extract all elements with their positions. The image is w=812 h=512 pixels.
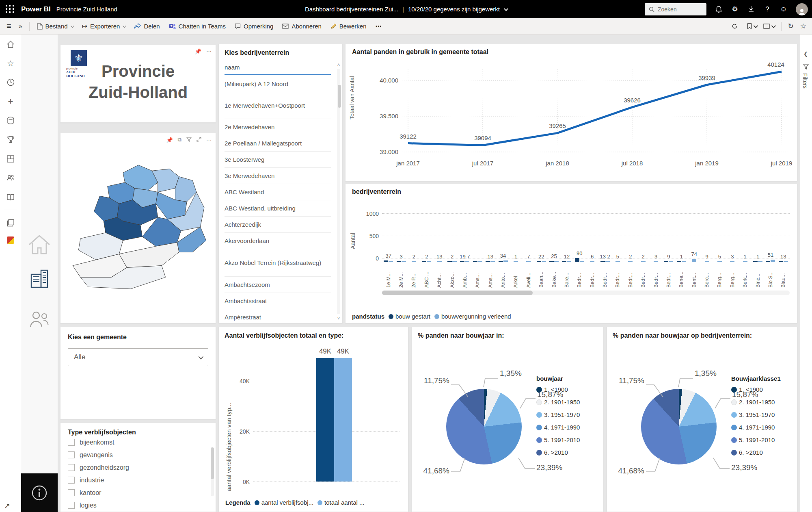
bar-group[interactable]: 13 2Bedr...: [598, 200, 611, 288]
chevron-down-icon[interactable]: [504, 6, 508, 11]
bar-group[interactable]: 2Bedr...: [624, 200, 637, 288]
bar-bouwvergunning[interactable]: [514, 261, 518, 262]
bar-bouwvergunning[interactable]: [437, 261, 442, 262]
bar-bouw-gestart[interactable]: [575, 258, 579, 262]
scrollbar-thumb[interactable]: [211, 447, 214, 479]
bar-group[interactable]: 34Anto...: [497, 200, 509, 288]
scroll-up-icon[interactable]: ˄: [336, 62, 341, 67]
bar-pair[interactable]: [458, 217, 471, 262]
list-item[interactable]: Achterzeedijk: [225, 217, 331, 233]
bar-group[interactable]: 1Binc...: [752, 200, 764, 288]
double-chevron-icon[interactable]: »: [19, 23, 21, 30]
pin-icon[interactable]: 📌: [195, 48, 201, 54]
legend-item[interactable]: 6. >2010: [731, 449, 781, 456]
legend-item[interactable]: 6. >2010: [536, 449, 580, 456]
bar-group[interactable]: 13Ams...: [484, 200, 497, 288]
bar-group[interactable]: 2ABC ...: [420, 200, 433, 288]
nav-buildings-page-selected[interactable]: [21, 262, 58, 296]
bar-bouwvergunning[interactable]: [526, 261, 531, 262]
legend-item[interactable]: bouw gestart: [389, 313, 430, 320]
checkbox-row[interactable]: logies: [68, 499, 208, 512]
column-bar[interactable]: [316, 358, 334, 482]
collapse-chevron-icon[interactable]: ❮: [803, 51, 808, 57]
app-launcher-icon[interactable]: [6, 5, 15, 14]
legend-item[interactable]: 1. <1900: [731, 386, 781, 393]
bar-group[interactable]: 13Blau...: [777, 200, 790, 288]
scrollbar-track[interactable]: [337, 69, 340, 314]
legend-item[interactable]: 3. 1951-1970: [731, 411, 781, 418]
bar-bouw-gestart[interactable]: [677, 261, 681, 262]
refresh-icon[interactable]: ↻: [788, 22, 794, 30]
copy-icon[interactable]: ⧉: [178, 137, 181, 143]
checkbox-row[interactable]: kantoor: [68, 486, 208, 499]
legend-item[interactable]: 4. 1971-1990: [536, 424, 580, 431]
bar-bouwvergunning[interactable]: [605, 261, 610, 262]
list-item[interactable]: 2e Merwedehaven: [225, 119, 331, 135]
bar-bouwvergunning[interactable]: [580, 261, 584, 262]
hamburger-icon[interactable]: ≡: [6, 22, 11, 31]
bookmark-menu[interactable]: [747, 23, 757, 29]
file-menu[interactable]: Bestand: [37, 23, 73, 30]
legend-item[interactable]: 2. 1901-1950: [731, 399, 781, 406]
bar-bouwvergunning[interactable]: [452, 261, 457, 262]
bar-group[interactable]: 19 7Amb...: [458, 200, 471, 288]
nav-people-page[interactable]: [21, 303, 58, 335]
legend-item[interactable]: 3. 1951-1970: [536, 411, 580, 418]
legend-item[interactable]: 1. <1900: [536, 386, 580, 393]
bar-bouwvergunning[interactable]: [542, 261, 546, 262]
column-bar[interactable]: [334, 358, 352, 482]
legend-item[interactable]: 2. 1901-1950: [536, 399, 580, 406]
expand-icon[interactable]: [197, 137, 201, 143]
line-series[interactable]: [408, 72, 782, 145]
list-item[interactable]: 3e Loosterweg: [225, 152, 331, 168]
choropleth-map[interactable]: [65, 150, 212, 312]
gemeente-dropdown[interactable]: Alle: [68, 348, 208, 366]
bar-bouw-gestart[interactable]: [779, 261, 783, 262]
bar-group[interactable]: 5Bedr...: [611, 200, 624, 288]
bar-group[interactable]: 22Baan...: [535, 200, 548, 288]
bar-group[interactable]: Ams...: [471, 200, 484, 288]
bar-group[interactable]: 7Aveli...: [522, 200, 535, 288]
bar-group[interactable]: 2Akzo...: [446, 200, 458, 288]
checkbox-row[interactable]: bijeenkomst: [68, 436, 208, 449]
bar-bouwvergunning[interactable]: [412, 261, 416, 262]
bar-group[interactable]: 5Berg...: [713, 200, 726, 288]
home-icon[interactable]: [0, 35, 21, 54]
slicer-scrollbar[interactable]: ˄ ˅: [336, 62, 341, 321]
scrollbar-thumb[interactable]: [382, 291, 533, 295]
brand-logo[interactable]: Power BI: [21, 5, 51, 13]
bar-bouwvergunning[interactable]: [692, 259, 696, 262]
more-options-icon[interactable]: ⋯: [206, 137, 212, 143]
search-input[interactable]: [645, 3, 706, 15]
bar-group[interactable]: 1Arkel: [510, 200, 522, 288]
bar-bouwvergunning[interactable]: [771, 260, 775, 262]
bar-groups[interactable]: 371e M...32e M...22e P...2ABC ...13Acht.…: [382, 200, 790, 288]
reset-icon[interactable]: [729, 21, 741, 32]
bell-icon[interactable]: [715, 5, 723, 13]
bar-bouwvergunning[interactable]: [503, 260, 508, 262]
subscribe-button[interactable]: Abonneren: [282, 23, 321, 30]
bar-bouwvergunning[interactable]: [615, 261, 620, 262]
bar-bouwvergunning[interactable]: [717, 261, 722, 262]
checkbox[interactable]: [68, 439, 75, 446]
bar-group[interactable]: 32e M...: [395, 200, 407, 288]
horizontal-scrollbar[interactable]: [382, 291, 790, 295]
checkbox-row[interactable]: industrie: [68, 474, 208, 486]
bar-bouwvergunning[interactable]: [402, 261, 406, 262]
line-chart[interactable]: 39.00039.50040.000jan 2017jul 2017jan 20…: [359, 58, 792, 177]
gear-icon[interactable]: ⚙: [731, 5, 739, 13]
list-item[interactable]: ABC Westland, uitbreiding: [225, 200, 331, 217]
star-icon[interactable]: ☆: [0, 54, 21, 73]
people-icon[interactable]: [0, 168, 21, 187]
legend-item[interactable]: totaal aantal ...: [317, 499, 364, 506]
bar-bouw-gestart[interactable]: [600, 261, 605, 262]
bar-bouw-gestart[interactable]: [562, 261, 566, 262]
filters-pane-collapsed[interactable]: ❮ Filters: [800, 35, 812, 512]
apps-icon[interactable]: [0, 149, 21, 168]
legend-item[interactable]: 4. 1971-1990: [731, 424, 781, 431]
export-menu[interactable]: ↦ Exporteren: [82, 22, 125, 30]
bar-bouwvergunning[interactable]: [389, 261, 393, 262]
avatar[interactable]: [796, 3, 808, 15]
bar-bouw-gestart[interactable]: [473, 261, 477, 262]
nav-home-page[interactable]: [21, 228, 58, 262]
